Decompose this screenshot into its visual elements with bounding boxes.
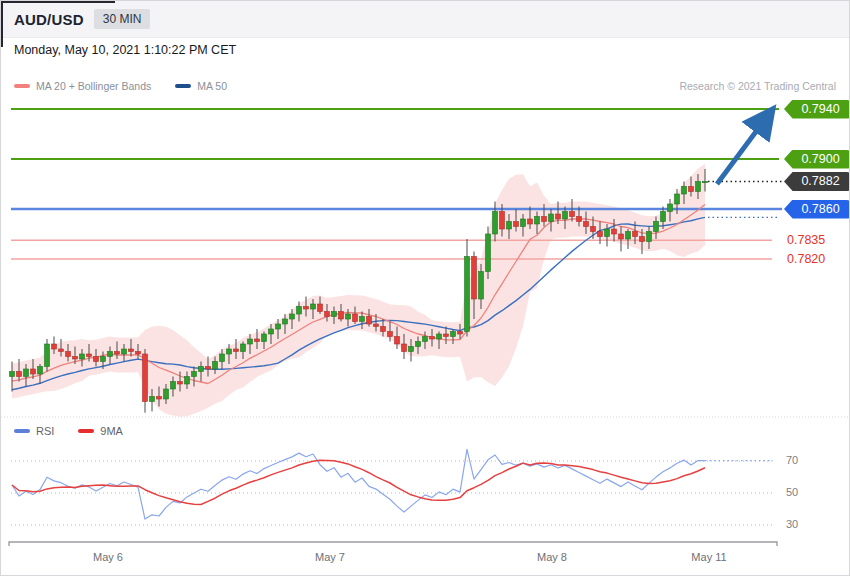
- x-axis-tick: May 8: [537, 551, 567, 563]
- x-axis-bracket: [9, 542, 777, 546]
- chart-widget: AUD/USD 30 MIN Monday, May 10, 2021 1:10…: [0, 0, 850, 576]
- support-level-label: 0.7820: [787, 251, 825, 267]
- widget-header: AUD/USD 30 MIN: [1, 1, 849, 38]
- legend-ma50: MA 50: [175, 80, 227, 92]
- x-axis-tick: May 11: [691, 551, 726, 563]
- x-axis-tick: May 6: [93, 551, 123, 563]
- rsi-scale-30: 30: [786, 518, 798, 530]
- x-axis-tick: May 7: [315, 551, 345, 563]
- support-level-label: 0.7835: [787, 232, 825, 248]
- bullish-arrow: [717, 112, 771, 185]
- rsi-scale-70: 70: [786, 454, 798, 466]
- price-chart-canvas[interactable]: [1, 96, 850, 418]
- ma50-swatch-icon: [175, 84, 191, 88]
- legend-ma50-label: MA 50: [197, 80, 227, 92]
- timeframe-badge: 30 MIN: [94, 9, 151, 29]
- instrument-title: AUD/USD: [14, 11, 84, 28]
- bollinger-band-fill: [12, 164, 705, 417]
- legend-ma20-label: MA 20 + Bollinger Bands: [36, 80, 151, 92]
- timestamp: Monday, May 10, 2021 1:10:22 PM CET: [14, 43, 236, 57]
- main-legend: MA 20 + Bollinger Bands MA 50 Research ©…: [14, 80, 836, 92]
- ma20-swatch-icon: [14, 84, 30, 88]
- last-price-label: 0.7882: [784, 172, 850, 191]
- research-credit: Research © 2021 Trading Central: [679, 80, 836, 92]
- pivot-level-label: 0.7860: [784, 200, 850, 219]
- resistance-level-label: 0.7900: [784, 150, 850, 169]
- resistance-level-label: 0.7940: [784, 100, 850, 119]
- legend-ma20-bollinger: MA 20 + Bollinger Bands: [14, 80, 151, 92]
- rsi-scale-50: 50: [786, 486, 798, 498]
